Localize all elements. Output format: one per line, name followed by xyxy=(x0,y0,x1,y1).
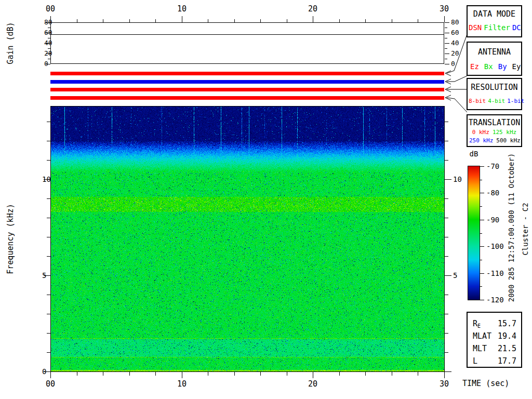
time-bottom-tick xyxy=(208,372,208,376)
spectrogram-canvas xyxy=(51,107,444,371)
gain-top-tick-label: 10 xyxy=(177,5,187,13)
gain-right-tick xyxy=(445,64,449,64)
time-bottom-tick xyxy=(287,372,287,376)
info-value: 19.4 xyxy=(498,330,516,342)
colorbar-tick xyxy=(480,166,484,167)
freq-right-tick xyxy=(445,352,448,353)
info-label-subscript: E xyxy=(477,323,481,329)
info-label: L xyxy=(473,356,477,366)
freq-left-tick xyxy=(47,198,50,199)
panel-resolution: RESOLUTION8-bit4-bit1-bit xyxy=(467,78,522,110)
freq-left-tick xyxy=(47,141,50,141)
gain-top-tick xyxy=(444,16,445,22)
colorbar-unit-label: dB xyxy=(468,150,480,158)
gain-top-tick xyxy=(287,19,287,22)
colorbar-tick-label: -110 xyxy=(486,269,504,277)
info-value: 21.5 xyxy=(498,343,516,354)
datetime-label: 2000 285 12:57:00.000 (11 October) xyxy=(507,153,515,302)
gain-right-tick xyxy=(445,22,449,23)
freq-left-tick xyxy=(47,237,50,237)
gain-right-tick xyxy=(445,28,447,28)
gain-top-tick xyxy=(260,19,261,22)
gain-top-tick xyxy=(313,16,313,22)
gain-left-tick xyxy=(48,38,50,38)
connector-line-antenna xyxy=(447,76,467,82)
panel-option-Filter: Filter xyxy=(484,23,510,32)
panel-option-DC: DC xyxy=(512,23,521,32)
gain-top-tick xyxy=(392,19,392,22)
time-bottom-tick xyxy=(339,372,340,376)
freq-left-tick-label: 0 xyxy=(42,367,46,376)
arrowhead-data-mode xyxy=(445,71,451,76)
info-label: MLT xyxy=(473,344,487,353)
time-bottom-tick xyxy=(77,372,77,376)
gain-right-tick xyxy=(445,48,447,49)
gain-left-tick xyxy=(48,48,50,49)
gain-top-tick-label: 00 xyxy=(46,5,55,13)
time-bottom-tick xyxy=(444,372,445,378)
gain-top-tick-label: 20 xyxy=(308,5,317,13)
gain-right-tick xyxy=(445,43,449,44)
colorbar-tick-label: -70 xyxy=(486,162,499,170)
panel-option-250-kHz: 250 kHz xyxy=(469,137,493,144)
freq-right-tick-label: 5 xyxy=(453,271,457,280)
time-bottom-tick xyxy=(103,372,103,376)
colorbar-tick xyxy=(480,300,484,300)
time-bottom-tick xyxy=(182,372,182,378)
gain-left-tick-label: 80 xyxy=(44,18,52,26)
freq-right-tick xyxy=(445,237,448,237)
colorbar-tick-label: -100 xyxy=(486,242,504,250)
colorbar-tick-label: -120 xyxy=(486,296,504,304)
info-row-r: RE15.7 xyxy=(473,318,516,331)
gain-top-tick xyxy=(418,19,418,22)
colorbar-tick xyxy=(480,246,484,247)
panel-option-DSN: DSN xyxy=(469,23,482,32)
time-bottom-tick xyxy=(365,372,366,376)
gain-right-tick xyxy=(445,54,449,54)
freq-right-tick xyxy=(445,371,451,372)
gain-top-tick xyxy=(103,19,103,22)
ephemeris-info-box: RE15.7MLAT19.4MLT21.5L17.7 xyxy=(467,312,522,368)
time-bottom-tick xyxy=(155,372,156,376)
panel-options-row: 250 kHz500 kHz xyxy=(468,137,521,144)
freq-right-tick xyxy=(445,198,448,199)
time-tick-label: 00 xyxy=(46,380,55,388)
gain-top-tick-label: 30 xyxy=(440,5,449,13)
panel-option-Ez: Ez xyxy=(470,62,479,71)
gain-right-tick xyxy=(445,38,447,38)
colorbar-tick xyxy=(480,206,482,207)
panel-title: ANTENNA xyxy=(468,47,521,57)
colorbar-tick-label: -80 xyxy=(486,189,499,197)
colorbar-tick xyxy=(480,193,484,193)
freq-right-tick xyxy=(445,314,448,314)
gain-left-tick-label: 60 xyxy=(44,29,52,37)
freq-right-tick xyxy=(445,122,448,122)
panel-option-8-bit: 8-bit xyxy=(469,98,486,104)
time-bottom-tick xyxy=(234,372,235,376)
time-bottom-tick xyxy=(260,372,261,376)
freq-left-tick xyxy=(47,122,50,122)
freq-left-tick xyxy=(47,352,50,353)
time-tick-label: 20 xyxy=(308,380,317,388)
gain-left-tick-label: 40 xyxy=(44,39,52,47)
freq-right-tick xyxy=(445,141,448,141)
panel-options-row: 0 kHz125 kHz xyxy=(468,129,521,136)
colorbar-tick xyxy=(480,220,484,220)
info-label: MLAT xyxy=(473,331,491,341)
panel-data-mode: DATA MODEDSNFilterDC xyxy=(467,5,522,37)
frequency-axis-title: Frequency (kHz) xyxy=(6,204,15,274)
panel-option-125-kHz: 125 kHz xyxy=(493,129,516,136)
info-value: 15.7 xyxy=(498,318,516,329)
panel-title: TRANSLATION xyxy=(468,118,521,127)
time-bottom-tick xyxy=(418,372,418,376)
gain-top-tick xyxy=(208,19,208,22)
freq-right-tick xyxy=(445,333,448,334)
spectrogram-plot xyxy=(50,106,445,372)
info-row-mlat: MLAT19.4 xyxy=(473,330,516,343)
freq-left-tick-label: 5 xyxy=(42,271,46,280)
panel-translation: TRANSLATION0 kHz125 kHz250 kHz500 kHz xyxy=(467,114,522,147)
time-bottom-tick xyxy=(313,372,313,378)
gain-right-tick-label: 80 xyxy=(451,18,459,26)
spacecraft-label: Cluster - C2 xyxy=(521,203,529,255)
info-row-mlt: MLT21.5 xyxy=(473,343,516,356)
